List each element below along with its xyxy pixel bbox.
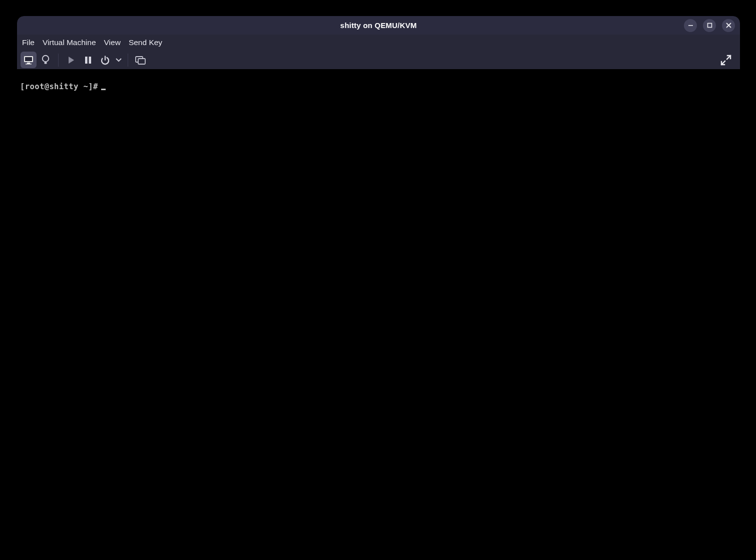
pause-icon <box>84 56 92 65</box>
snapshot-icon <box>135 55 146 65</box>
pause-button[interactable] <box>80 52 96 68</box>
lightbulb-icon <box>41 55 50 66</box>
shutdown-dropdown-button[interactable] <box>114 58 124 62</box>
run-button[interactable] <box>63 52 79 68</box>
snapshots-button[interactable] <box>133 52 149 68</box>
console-icon <box>23 55 34 65</box>
minimize-icon <box>688 23 693 28</box>
power-icon <box>100 55 110 65</box>
shell-prompt: [root@shitty ~]# <box>20 82 98 91</box>
svg-rect-7 <box>45 62 47 64</box>
fullscreen-button[interactable] <box>718 52 734 68</box>
menu-view[interactable]: View <box>104 38 121 47</box>
svg-rect-8 <box>85 57 88 64</box>
shutdown-button[interactable] <box>97 52 113 68</box>
window-controls <box>684 19 735 32</box>
svg-rect-9 <box>89 57 92 64</box>
minimize-button[interactable] <box>684 19 697 32</box>
toolbar-separator <box>128 54 128 67</box>
menu-send-key[interactable]: Send Key <box>129 38 162 47</box>
close-button[interactable] <box>722 19 735 32</box>
chevron-down-icon <box>116 58 122 62</box>
console-view-button[interactable] <box>21 52 37 68</box>
play-icon <box>67 56 76 65</box>
toolbar-separator <box>58 54 59 67</box>
svg-rect-11 <box>105 56 106 60</box>
toolbar <box>17 51 740 69</box>
svg-point-6 <box>43 55 49 61</box>
view-mode-group <box>20 52 54 68</box>
titlebar[interactable]: shitty on QEMU/KVM <box>17 16 740 35</box>
power-group <box>63 52 124 68</box>
window-title: shitty on QEMU/KVM <box>340 21 417 30</box>
maximize-icon <box>707 23 712 28</box>
svg-rect-3 <box>25 57 32 61</box>
details-view-button[interactable] <box>38 52 54 68</box>
svg-rect-0 <box>688 25 693 26</box>
svg-rect-1 <box>707 24 711 28</box>
fullscreen-icon <box>720 55 731 66</box>
svg-rect-13 <box>138 59 145 64</box>
menubar: File Virtual Machine View Send Key <box>17 35 740 51</box>
vm-viewer-window: shitty on QEMU/KVM File Virtual Machine … <box>17 16 740 560</box>
close-icon <box>726 23 731 28</box>
menu-file[interactable]: File <box>22 38 35 47</box>
maximize-button[interactable] <box>703 19 716 32</box>
vm-console[interactable]: [root@shitty ~]# <box>17 69 740 560</box>
svg-rect-4 <box>27 63 30 64</box>
text-cursor <box>101 89 106 90</box>
menu-virtual-machine[interactable]: Virtual Machine <box>43 38 96 47</box>
svg-rect-5 <box>26 64 32 65</box>
